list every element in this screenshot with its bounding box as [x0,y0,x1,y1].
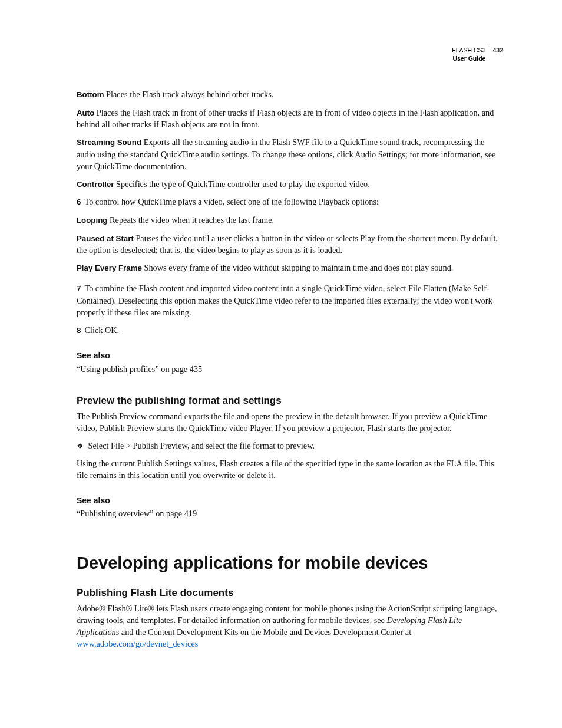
preview-p2: Using the current Publish Settings value… [77,457,503,481]
flashlite-p1: Adobe® Flash® Lite® lets Flash users cre… [77,602,503,650]
def-text: Repeats the video when it reaches the la… [107,215,274,225]
see-also-heading: See also [77,350,503,362]
def-auto: Auto Places the Flash track in front of … [77,107,503,131]
def-label: Controller [77,180,114,189]
header-guide: User Guide [452,54,485,62]
def-streaming: Streaming Sound Exports all the streamin… [77,136,503,172]
def-controller: Controller Specifies the type of QuickTi… [77,178,503,190]
def-text: Shows every frame of the video without s… [142,263,454,272]
devnet-link[interactable]: www.adobe.com/go/devnet_devices [77,639,198,648]
step-number: 6 [77,197,81,208]
flashlite-p1b: and the Content Development Kits on the … [119,627,411,637]
bullet-icon: ❖ [77,442,84,450]
header-separator [490,46,490,60]
header-product: FLASH CS3 [452,46,485,54]
step-number: 7 [77,284,81,295]
step-8: 8Click OK. [77,324,503,337]
step-text: To combine the Flash content and importe… [77,284,492,317]
step-text: Click OK. [84,325,119,335]
see-also-ref: “Using publish profiles” on page 435 [77,363,503,375]
step-6: 6To control how QuickTime plays a video,… [77,196,503,208]
bullet-text: Select File > Publish Preview, and selec… [88,441,315,450]
step-7: 7To combine the Flash content and import… [77,282,503,318]
def-label: Auto [77,108,94,117]
def-label: Bottom [77,90,104,99]
step-text: To control how QuickTime plays a video, … [84,197,379,206]
def-paused: Paused at Start Pauses the video until a… [77,232,503,256]
page-number: 432 [492,46,503,54]
preview-p1: The Publish Preview command exports the … [77,410,503,434]
def-looping: Looping Repeats the video when it reache… [77,214,503,226]
preview-heading: Preview the publishing format and settin… [77,394,503,408]
def-text: Pauses the video until a user clicks a b… [77,233,498,255]
def-label: Play Every Frame [77,263,142,272]
def-label: Streaming Sound [77,138,141,147]
def-text: Specifies the type of QuickTime controll… [114,179,370,189]
page-header: FLASH CS3 User Guide 432 [452,46,503,62]
def-label: Paused at Start [77,234,134,243]
see-also-ref: “Publishing overview” on page 419 [77,508,503,519]
step-number: 8 [77,325,81,337]
flashlite-heading: Publishing Flash Lite documents [77,586,503,600]
see-also-heading: See also [77,495,503,507]
def-label: Looping [77,216,107,225]
chapter-title: Developing applications for mobile devic… [77,551,503,575]
def-bottom: Bottom Places the Flash track always beh… [77,88,503,101]
def-text: Places the Flash track in front of other… [77,108,494,130]
preview-bullet: ❖ Select File > Publish Preview, and sel… [77,440,503,452]
def-playevery: Play Every Frame Shows every frame of th… [77,262,503,274]
def-text: Places the Flash track always behind oth… [104,90,274,99]
page-content: Bottom Places the Flash track always beh… [77,88,503,650]
